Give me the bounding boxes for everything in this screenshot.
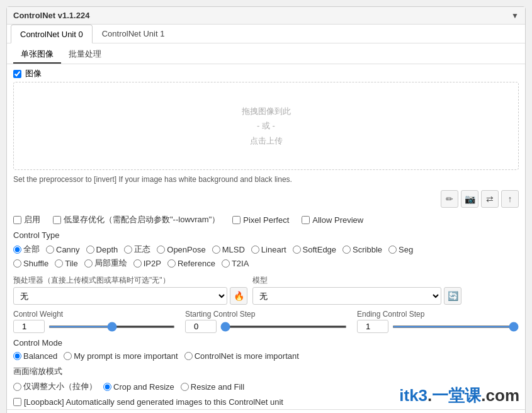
control-mode-section: Control Mode Balanced My prompt is more … <box>7 336 525 365</box>
watermark-text3: .com <box>481 386 519 405</box>
radio-shuffle-input[interactable] <box>13 259 21 268</box>
panel-header: ControlNet v1.1.224 ▼ <box>7 7 525 25</box>
radio-ip2p-input[interactable] <box>133 259 142 268</box>
radio-all-input[interactable] <box>13 246 21 254</box>
ending-step-number[interactable] <box>357 320 388 333</box>
radio-depth[interactable]: Depth <box>86 244 118 255</box>
mode-balanced-input[interactable] <box>13 352 21 360</box>
model-refresh-button[interactable]: 🔄 <box>444 287 461 305</box>
sub-tab-batch[interactable]: 批量处理 <box>61 46 109 64</box>
model-select-row: 无 🔄 <box>252 287 461 305</box>
radio-softedge-input[interactable] <box>293 246 301 254</box>
radio-openpose[interactable]: OpenPose <box>157 244 205 255</box>
mode-controlnet-input[interactable] <box>184 352 193 360</box>
image-checkbox[interactable] <box>13 70 21 78</box>
lowvram-label[interactable]: 低显存优化（需配合启动参数"--lowvram"） <box>53 214 220 225</box>
radio-inpaint[interactable]: 局部重绘 <box>84 257 127 269</box>
scale-fill[interactable]: Resize and Fill <box>181 381 244 392</box>
watermark: itk3.一堂课.com <box>399 385 519 407</box>
radio-openpose-input[interactable] <box>157 246 165 254</box>
camera-icon: 📷 <box>465 194 475 204</box>
lowvram-checkbox[interactable] <box>53 216 61 224</box>
radio-seg-input[interactable] <box>388 246 397 254</box>
enable-label[interactable]: 启用 <box>13 214 40 225</box>
scale-crop[interactable]: Crop and Resize <box>103 381 174 392</box>
scale-fill-input[interactable] <box>181 383 189 391</box>
control-mode-label: Control Mode <box>13 338 519 348</box>
control-weight-group: Control Weight <box>13 310 175 333</box>
starting-step-label: Starting Control Step <box>185 310 347 319</box>
edit-button[interactable]: ✏ <box>441 190 458 208</box>
control-weight-slider[interactable] <box>48 325 175 328</box>
ending-step-input-row <box>357 320 519 333</box>
panel-title: ControlNet v1.1.224 <box>13 11 89 20</box>
model-select[interactable]: 无 <box>252 287 441 305</box>
radio-all[interactable]: 全部 <box>13 244 40 255</box>
scale-stretch[interactable]: 仅调整大小（拉伸） <box>13 381 97 392</box>
mode-prompt-input[interactable] <box>64 352 72 360</box>
control-type-section: Control Type 全部 Canny Depth 正态 <box>7 228 525 273</box>
preprocessor-fire-button[interactable]: 🔥 <box>230 287 247 305</box>
scale-crop-input[interactable] <box>103 383 111 391</box>
radio-scribble-input[interactable] <box>342 246 351 254</box>
mode-balanced[interactable]: Balanced <box>13 351 57 361</box>
radio-ip2p[interactable]: IP2P <box>133 257 161 269</box>
camera-button[interactable]: 📷 <box>461 190 478 208</box>
radio-shuffle[interactable]: Shuffle <box>13 257 48 269</box>
radio-canny-input[interactable] <box>46 246 54 254</box>
pixel-perfect-label[interactable]: Pixel Perfect <box>232 215 289 225</box>
radio-normal-input[interactable] <box>124 246 132 254</box>
loopback-checkbox[interactable] <box>13 398 21 406</box>
radio-mlsd-input[interactable] <box>212 246 220 254</box>
starting-step-group: Starting Control Step <box>185 310 347 333</box>
model-group: 模型 无 🔄 <box>252 275 461 305</box>
pixel-perfect-checkbox[interactable] <box>232 216 241 224</box>
slider-section: Control Weight Starting Control Step End… <box>7 307 525 336</box>
radio-lineart[interactable]: Lineart <box>251 244 286 255</box>
allow-preview-checkbox[interactable] <box>302 216 310 224</box>
radio-softedge[interactable]: SoftEdge <box>293 244 337 255</box>
upload-button[interactable]: ↑ <box>501 190 519 208</box>
tab-unit-1[interactable]: ControlNet Unit 1 <box>93 25 174 43</box>
image-label: 图像 <box>25 68 42 79</box>
mode-prompt[interactable]: My prompt is more important <box>64 351 178 361</box>
ending-step-slider[interactable] <box>392 325 519 328</box>
radio-depth-input[interactable] <box>86 246 94 254</box>
starting-step-number[interactable] <box>185 320 217 333</box>
radio-t2ia-input[interactable] <box>222 259 230 268</box>
starting-step-slider[interactable] <box>220 325 347 328</box>
collapse-button[interactable]: ▼ <box>511 11 519 20</box>
radio-inpaint-input[interactable] <box>84 259 93 268</box>
radio-reference-input[interactable] <box>167 259 176 268</box>
preprocessor-group: 预处理器（直接上传模式图或草稿时可选"无"） 无 🔥 <box>13 275 247 305</box>
radio-t2ia[interactable]: T2IA <box>222 257 249 269</box>
scale-stretch-input[interactable] <box>13 383 21 391</box>
drop-text-1: 拖拽图像到此 <box>242 104 291 118</box>
image-area-header: 图像 <box>7 64 525 82</box>
ending-step-group: Ending Control Step <box>357 310 519 333</box>
control-weight-number[interactable] <box>13 320 45 333</box>
control-type-group: 全部 Canny Depth 正态 OpenPose <box>13 242 519 256</box>
tab-unit-0[interactable]: ControlNet Unit 0 <box>11 25 93 43</box>
enable-checkbox[interactable] <box>13 216 21 224</box>
swap-button[interactable]: ⇄ <box>481 190 499 208</box>
radio-scribble[interactable]: Scribble <box>342 244 382 255</box>
edit-icon: ✏ <box>446 194 453 204</box>
radio-tile[interactable]: Tile <box>55 257 77 269</box>
radio-tile-input[interactable] <box>55 259 63 268</box>
image-drop-zone[interactable]: 拖拽图像到此 - 或 - 点击上传 <box>13 82 519 170</box>
radio-seg[interactable]: Seg <box>388 244 413 255</box>
allow-preview-label[interactable]: Allow Preview <box>302 215 363 225</box>
mode-controlnet[interactable]: ControlNet is more important <box>184 351 299 361</box>
radio-normal[interactable]: 正态 <box>124 244 150 255</box>
sub-tab-single[interactable]: 单张图像 <box>13 46 61 64</box>
radio-reference[interactable]: Reference <box>167 257 215 269</box>
preprocessor-label: 预处理器（直接上传模式图或草稿时可选"无"） <box>13 275 247 286</box>
toolbar-row: ✏ 📷 ⇄ ↑ <box>7 189 525 212</box>
preprocessor-select[interactable]: 无 <box>13 287 227 305</box>
canvas-scale-label: 画面缩放模式 <box>13 366 519 377</box>
radio-lineart-input[interactable] <box>251 246 259 254</box>
radio-mlsd[interactable]: MLSD <box>212 244 245 255</box>
control-mode-group: Balanced My prompt is more important Con… <box>13 350 519 362</box>
radio-canny[interactable]: Canny <box>46 244 80 255</box>
